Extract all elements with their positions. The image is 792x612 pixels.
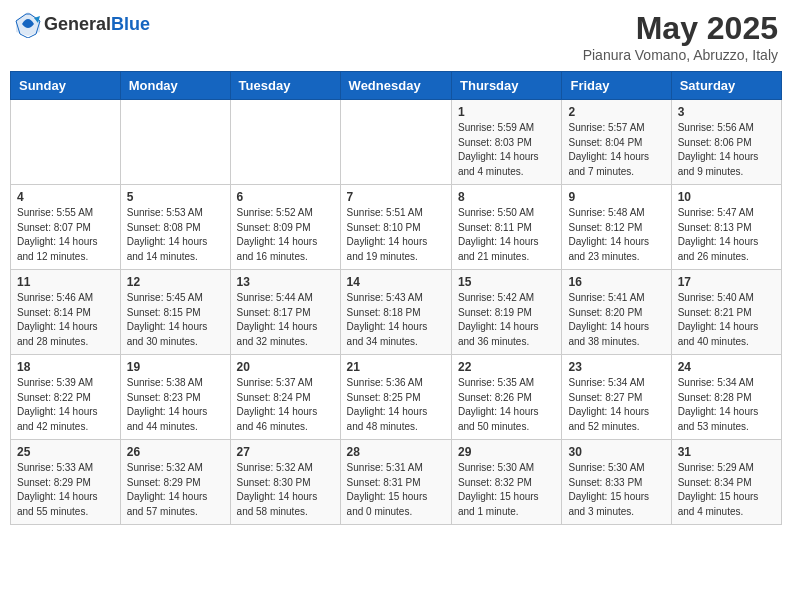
calendar-cell: 25Sunrise: 5:33 AM Sunset: 8:29 PM Dayli… xyxy=(11,440,121,525)
calendar-cell: 11Sunrise: 5:46 AM Sunset: 8:14 PM Dayli… xyxy=(11,270,121,355)
day-number: 1 xyxy=(458,105,555,119)
calendar-cell: 13Sunrise: 5:44 AM Sunset: 8:17 PM Dayli… xyxy=(230,270,340,355)
day-number: 11 xyxy=(17,275,114,289)
calendar-cell: 9Sunrise: 5:48 AM Sunset: 8:12 PM Daylig… xyxy=(562,185,671,270)
day-info: Sunrise: 5:34 AM Sunset: 8:28 PM Dayligh… xyxy=(678,376,775,434)
calendar-cell: 7Sunrise: 5:51 AM Sunset: 8:10 PM Daylig… xyxy=(340,185,451,270)
week-row-5: 25Sunrise: 5:33 AM Sunset: 8:29 PM Dayli… xyxy=(11,440,782,525)
calendar-cell xyxy=(340,100,451,185)
weekday-header-wednesday: Wednesday xyxy=(340,72,451,100)
logo-text-general: General xyxy=(44,14,111,34)
calendar-cell: 26Sunrise: 5:32 AM Sunset: 8:29 PM Dayli… xyxy=(120,440,230,525)
day-info: Sunrise: 5:47 AM Sunset: 8:13 PM Dayligh… xyxy=(678,206,775,264)
day-info: Sunrise: 5:29 AM Sunset: 8:34 PM Dayligh… xyxy=(678,461,775,519)
weekday-header-monday: Monday xyxy=(120,72,230,100)
calendar-cell: 22Sunrise: 5:35 AM Sunset: 8:26 PM Dayli… xyxy=(452,355,562,440)
day-number: 29 xyxy=(458,445,555,459)
day-info: Sunrise: 5:48 AM Sunset: 8:12 PM Dayligh… xyxy=(568,206,664,264)
day-number: 3 xyxy=(678,105,775,119)
calendar-cell: 20Sunrise: 5:37 AM Sunset: 8:24 PM Dayli… xyxy=(230,355,340,440)
calendar-cell: 24Sunrise: 5:34 AM Sunset: 8:28 PM Dayli… xyxy=(671,355,781,440)
day-info: Sunrise: 5:33 AM Sunset: 8:29 PM Dayligh… xyxy=(17,461,114,519)
day-info: Sunrise: 5:55 AM Sunset: 8:07 PM Dayligh… xyxy=(17,206,114,264)
weekday-header-tuesday: Tuesday xyxy=(230,72,340,100)
day-info: Sunrise: 5:40 AM Sunset: 8:21 PM Dayligh… xyxy=(678,291,775,349)
day-info: Sunrise: 5:57 AM Sunset: 8:04 PM Dayligh… xyxy=(568,121,664,179)
day-info: Sunrise: 5:39 AM Sunset: 8:22 PM Dayligh… xyxy=(17,376,114,434)
calendar-cell xyxy=(230,100,340,185)
day-info: Sunrise: 5:45 AM Sunset: 8:15 PM Dayligh… xyxy=(127,291,224,349)
weekday-header-thursday: Thursday xyxy=(452,72,562,100)
day-info: Sunrise: 5:56 AM Sunset: 8:06 PM Dayligh… xyxy=(678,121,775,179)
day-info: Sunrise: 5:43 AM Sunset: 8:18 PM Dayligh… xyxy=(347,291,445,349)
day-number: 16 xyxy=(568,275,664,289)
day-info: Sunrise: 5:53 AM Sunset: 8:08 PM Dayligh… xyxy=(127,206,224,264)
calendar-cell: 4Sunrise: 5:55 AM Sunset: 8:07 PM Daylig… xyxy=(11,185,121,270)
day-number: 18 xyxy=(17,360,114,374)
day-number: 23 xyxy=(568,360,664,374)
calendar-cell: 17Sunrise: 5:40 AM Sunset: 8:21 PM Dayli… xyxy=(671,270,781,355)
logo-text-blue: Blue xyxy=(111,14,150,34)
logo: GeneralBlue xyxy=(14,10,150,38)
day-number: 13 xyxy=(237,275,334,289)
day-info: Sunrise: 5:44 AM Sunset: 8:17 PM Dayligh… xyxy=(237,291,334,349)
header: GeneralBlue May 2025 Pianura Vomano, Abr… xyxy=(10,10,782,63)
calendar-cell: 14Sunrise: 5:43 AM Sunset: 8:18 PM Dayli… xyxy=(340,270,451,355)
day-info: Sunrise: 5:32 AM Sunset: 8:29 PM Dayligh… xyxy=(127,461,224,519)
weekday-header-friday: Friday xyxy=(562,72,671,100)
day-info: Sunrise: 5:42 AM Sunset: 8:19 PM Dayligh… xyxy=(458,291,555,349)
calendar-cell: 29Sunrise: 5:30 AM Sunset: 8:32 PM Dayli… xyxy=(452,440,562,525)
day-number: 5 xyxy=(127,190,224,204)
day-info: Sunrise: 5:37 AM Sunset: 8:24 PM Dayligh… xyxy=(237,376,334,434)
calendar-cell: 2Sunrise: 5:57 AM Sunset: 8:04 PM Daylig… xyxy=(562,100,671,185)
calendar-cell: 30Sunrise: 5:30 AM Sunset: 8:33 PM Dayli… xyxy=(562,440,671,525)
calendar-cell: 28Sunrise: 5:31 AM Sunset: 8:31 PM Dayli… xyxy=(340,440,451,525)
day-number: 10 xyxy=(678,190,775,204)
title-area: May 2025 Pianura Vomano, Abruzzo, Italy xyxy=(583,10,778,63)
day-number: 20 xyxy=(237,360,334,374)
calendar-cell: 12Sunrise: 5:45 AM Sunset: 8:15 PM Dayli… xyxy=(120,270,230,355)
day-info: Sunrise: 5:38 AM Sunset: 8:23 PM Dayligh… xyxy=(127,376,224,434)
day-number: 30 xyxy=(568,445,664,459)
day-number: 4 xyxy=(17,190,114,204)
calendar-cell: 31Sunrise: 5:29 AM Sunset: 8:34 PM Dayli… xyxy=(671,440,781,525)
day-info: Sunrise: 5:50 AM Sunset: 8:11 PM Dayligh… xyxy=(458,206,555,264)
day-number: 27 xyxy=(237,445,334,459)
day-number: 22 xyxy=(458,360,555,374)
week-row-3: 11Sunrise: 5:46 AM Sunset: 8:14 PM Dayli… xyxy=(11,270,782,355)
day-number: 8 xyxy=(458,190,555,204)
weekday-header-row: SundayMondayTuesdayWednesdayThursdayFrid… xyxy=(11,72,782,100)
calendar-cell: 6Sunrise: 5:52 AM Sunset: 8:09 PM Daylig… xyxy=(230,185,340,270)
calendar-cell: 15Sunrise: 5:42 AM Sunset: 8:19 PM Dayli… xyxy=(452,270,562,355)
day-number: 2 xyxy=(568,105,664,119)
calendar-cell: 18Sunrise: 5:39 AM Sunset: 8:22 PM Dayli… xyxy=(11,355,121,440)
day-info: Sunrise: 5:59 AM Sunset: 8:03 PM Dayligh… xyxy=(458,121,555,179)
day-number: 25 xyxy=(17,445,114,459)
day-info: Sunrise: 5:41 AM Sunset: 8:20 PM Dayligh… xyxy=(568,291,664,349)
calendar-cell: 1Sunrise: 5:59 AM Sunset: 8:03 PM Daylig… xyxy=(452,100,562,185)
day-info: Sunrise: 5:46 AM Sunset: 8:14 PM Dayligh… xyxy=(17,291,114,349)
day-info: Sunrise: 5:52 AM Sunset: 8:09 PM Dayligh… xyxy=(237,206,334,264)
calendar-cell: 3Sunrise: 5:56 AM Sunset: 8:06 PM Daylig… xyxy=(671,100,781,185)
calendar-table: SundayMondayTuesdayWednesdayThursdayFrid… xyxy=(10,71,782,525)
month-title: May 2025 xyxy=(583,10,778,47)
calendar-cell: 19Sunrise: 5:38 AM Sunset: 8:23 PM Dayli… xyxy=(120,355,230,440)
day-number: 17 xyxy=(678,275,775,289)
calendar-cell: 27Sunrise: 5:32 AM Sunset: 8:30 PM Dayli… xyxy=(230,440,340,525)
calendar-cell xyxy=(11,100,121,185)
day-number: 7 xyxy=(347,190,445,204)
day-number: 21 xyxy=(347,360,445,374)
calendar-cell: 16Sunrise: 5:41 AM Sunset: 8:20 PM Dayli… xyxy=(562,270,671,355)
calendar-cell: 8Sunrise: 5:50 AM Sunset: 8:11 PM Daylig… xyxy=(452,185,562,270)
day-number: 31 xyxy=(678,445,775,459)
calendar-cell: 21Sunrise: 5:36 AM Sunset: 8:25 PM Dayli… xyxy=(340,355,451,440)
day-info: Sunrise: 5:31 AM Sunset: 8:31 PM Dayligh… xyxy=(347,461,445,519)
day-number: 6 xyxy=(237,190,334,204)
day-number: 26 xyxy=(127,445,224,459)
week-row-1: 1Sunrise: 5:59 AM Sunset: 8:03 PM Daylig… xyxy=(11,100,782,185)
day-number: 9 xyxy=(568,190,664,204)
calendar-cell: 5Sunrise: 5:53 AM Sunset: 8:08 PM Daylig… xyxy=(120,185,230,270)
day-info: Sunrise: 5:30 AM Sunset: 8:32 PM Dayligh… xyxy=(458,461,555,519)
day-info: Sunrise: 5:30 AM Sunset: 8:33 PM Dayligh… xyxy=(568,461,664,519)
day-number: 14 xyxy=(347,275,445,289)
